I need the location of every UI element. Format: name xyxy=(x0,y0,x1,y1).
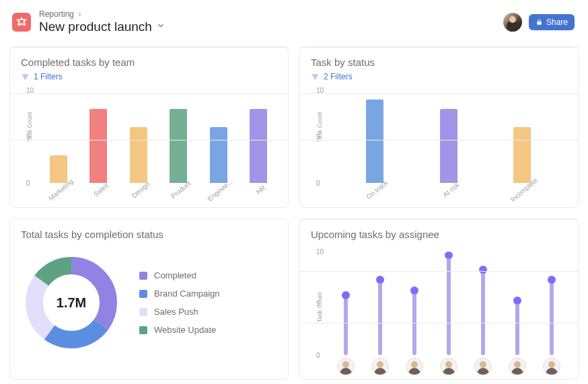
bar[interactable] xyxy=(440,109,457,183)
share-button-label: Share xyxy=(546,17,568,27)
filter-icon xyxy=(311,73,320,81)
legend-label: Website Update xyxy=(154,325,216,335)
y-tick: 0 xyxy=(316,352,320,359)
card-total-by-completion: Total tasks by completion status 1.7M Co… xyxy=(9,219,289,380)
page-header: Reporting New product launch Share xyxy=(0,0,588,40)
bar[interactable] xyxy=(170,109,187,183)
page-title: New product launch xyxy=(39,20,152,34)
card-upcoming-by-assignee: Upcoming tasks by assignee Task Count 05… xyxy=(299,219,579,380)
y-tick: 5 xyxy=(26,133,30,141)
card-title: Task by status xyxy=(311,56,567,68)
legend-swatch xyxy=(139,272,147,280)
lollipop-stick xyxy=(378,282,382,355)
lock-icon xyxy=(536,18,543,26)
share-button[interactable]: Share xyxy=(529,14,575,30)
assignee-avatar[interactable] xyxy=(371,358,389,375)
bar-label: HR xyxy=(255,184,267,196)
chevron-right-icon xyxy=(77,11,83,17)
y-tick: 10 xyxy=(26,87,34,94)
assignee-avatar[interactable] xyxy=(440,358,457,375)
project-icon xyxy=(12,13,31,32)
card-title: Completed tasks by team xyxy=(21,56,277,68)
y-axis-label: Task Count xyxy=(316,292,323,322)
legend-item[interactable]: Website Update xyxy=(139,325,220,335)
legend-label: Brand Campaign xyxy=(154,289,220,299)
bar-label: Sales xyxy=(92,182,110,198)
card-task-by-status: Task by status 2 Filters Task Count On t… xyxy=(299,46,579,208)
lollipop-stick xyxy=(481,272,485,355)
donut-chart: 1.7M xyxy=(21,252,122,353)
lollipop-stick xyxy=(447,258,451,355)
bar[interactable] xyxy=(250,109,267,183)
bar-chart: On trackAt riskIncomplete xyxy=(328,90,568,183)
legend-swatch xyxy=(139,326,147,334)
title-menu-button[interactable] xyxy=(156,21,166,33)
legend-label: Sales Push xyxy=(154,307,198,317)
y-tick: 0 xyxy=(26,180,30,187)
bar-label: At risk xyxy=(441,181,460,198)
user-avatar[interactable] xyxy=(503,13,522,32)
breadcrumb[interactable]: Reporting xyxy=(39,9,503,19)
filters-label: 2 Filters xyxy=(324,72,353,81)
assignee-avatar[interactable] xyxy=(474,358,492,375)
assignee-avatar[interactable] xyxy=(509,358,526,375)
lollipop-stick xyxy=(412,293,416,355)
assignee-avatar[interactable] xyxy=(337,358,355,375)
legend-swatch xyxy=(139,290,147,298)
y-tick: 10 xyxy=(316,248,324,256)
y-tick: 10 xyxy=(316,87,324,94)
lollipop-stick xyxy=(344,298,348,355)
bar-chart: MarketingSalesDesignProductEnginee…HR xyxy=(38,90,279,183)
legend-item[interactable]: Brand Campaign xyxy=(139,289,220,299)
filters-button[interactable]: 2 Filters xyxy=(311,72,567,81)
filters-label: 1 Filters xyxy=(34,72,63,81)
card-completed-by-team: Completed tasks by team 1 Filters Task C… xyxy=(9,46,289,208)
legend-label: Completed xyxy=(154,270,196,280)
donut-center-value: 1.7M xyxy=(21,252,122,353)
legend-item[interactable]: Sales Push xyxy=(139,307,220,317)
lollipop-stick xyxy=(515,303,519,355)
donut-legend: CompletedBrand CampaignSales PushWebsite… xyxy=(139,270,220,335)
chevron-down-icon xyxy=(156,21,166,30)
breadcrumb-label: Reporting xyxy=(39,9,74,19)
y-tick: 5 xyxy=(316,133,320,141)
bar[interactable] xyxy=(130,127,147,183)
card-title: Upcoming tasks by assignee xyxy=(311,229,567,240)
legend-item[interactable]: Completed xyxy=(139,270,220,280)
y-tick: 5 xyxy=(316,300,320,307)
filters-button[interactable]: 1 Filters xyxy=(21,72,277,81)
y-tick: 0 xyxy=(316,180,320,187)
bar-label: Design xyxy=(131,180,151,199)
assignee-avatar[interactable] xyxy=(543,358,560,375)
filter-icon xyxy=(21,73,30,81)
bar[interactable] xyxy=(89,109,107,183)
bar[interactable] xyxy=(513,127,531,183)
card-title: Total tasks by completion status xyxy=(21,229,277,240)
legend-swatch xyxy=(139,308,147,316)
bar[interactable] xyxy=(50,155,67,183)
lollipop-stick xyxy=(550,282,554,355)
bar[interactable] xyxy=(210,127,227,183)
bar[interactable] xyxy=(366,100,383,183)
lollipop-chart xyxy=(328,252,568,355)
assignee-avatar[interactable] xyxy=(406,358,423,375)
